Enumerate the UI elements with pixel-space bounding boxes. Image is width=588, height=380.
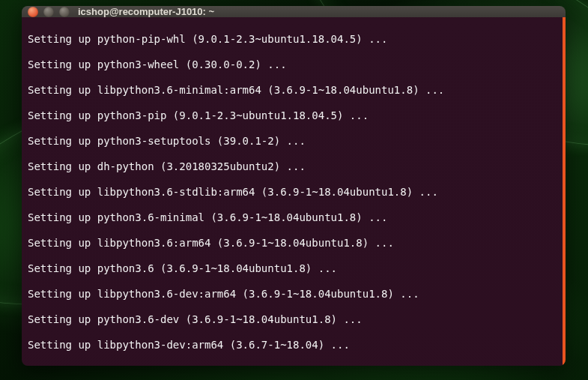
minimize-icon[interactable]	[43, 7, 54, 17]
terminal-line: Setting up libpython3.6-stdlib:arm64 (3.…	[28, 186, 557, 199]
window-titlebar[interactable]: icshop@recomputer-J1010: ~	[22, 6, 566, 17]
terminal-line: Setting up python3.6 (3.6.9-1~18.04ubunt…	[28, 262, 557, 275]
terminal-line: Setting up libpython3.6:arm64 (3.6.9-1~1…	[28, 237, 557, 250]
terminal-window: icshop@recomputer-J1010: ~ Setting up py…	[22, 6, 566, 366]
maximize-icon[interactable]	[59, 7, 70, 17]
terminal-body[interactable]: Setting up python-pip-whl (9.0.1-2.3~ubu…	[22, 17, 566, 366]
window-title: icshop@recomputer-J1010: ~	[78, 6, 214, 17]
terminal-line: Setting up python3.6-dev (3.6.9-1~18.04u…	[28, 313, 557, 326]
terminal-line: Setting up dh-python (3.20180325ubuntu2)…	[28, 160, 557, 173]
close-icon[interactable]	[28, 7, 38, 17]
terminal-line: Setting up libpython3.6-minimal:arm64 (3…	[28, 84, 557, 97]
terminal-line: Setting up libpython3-dev:arm64 (3.6.7-1…	[28, 339, 557, 352]
terminal-line: Setting up libpython3.6-dev:arm64 (3.6.9…	[28, 288, 557, 301]
terminal-line: Setting up python3-wheel (0.30.0-0.2) ..…	[28, 58, 557, 71]
terminal-line: Setting up python3-dev (3.6.7-1~18.04) .…	[28, 364, 557, 366]
terminal-line: Setting up python3.6-minimal (3.6.9-1~18…	[28, 211, 557, 224]
terminal-line: Setting up python3-pip (9.0.1-2.3~ubuntu…	[28, 109, 557, 122]
terminal-line: Setting up python-pip-whl (9.0.1-2.3~ubu…	[28, 33, 557, 46]
terminal-line: Setting up python3-setuptools (39.0.1-2)…	[28, 135, 557, 148]
